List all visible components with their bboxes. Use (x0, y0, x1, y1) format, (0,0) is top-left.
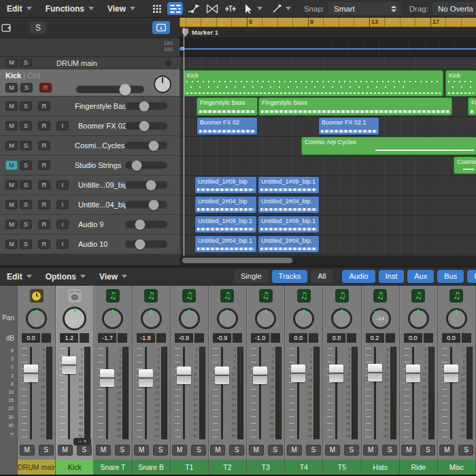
mixer-filter-inst[interactable]: Inst (379, 270, 405, 283)
volume-db-value[interactable]: 0.0 (442, 333, 460, 343)
track-volume-slider[interactable] (125, 122, 167, 130)
pan-knob[interactable] (293, 308, 314, 329)
track-m-button[interactable]: M (5, 160, 18, 170)
track-m-button[interactable]: M (5, 121, 18, 131)
volume-db-value[interactable]: 0.0 (327, 333, 345, 343)
mixer-view-all[interactable]: All (311, 270, 333, 283)
track-header-drum-main[interactable]: MSDRUM main (0, 57, 180, 69)
region-kick[interactable]: Kick (184, 70, 443, 97)
channel-mute-button[interactable]: M (210, 445, 225, 456)
pan-knob[interactable] (331, 308, 352, 329)
track-i-button[interactable]: I (56, 220, 69, 229)
pan-knob[interactable] (141, 308, 162, 329)
region-fi[interactable]: Fi (468, 97, 476, 116)
pan-knob[interactable] (446, 308, 467, 329)
track-r-button[interactable]: R (38, 200, 50, 209)
volume-db-value[interactable]: -1.8 (137, 333, 155, 343)
track-s-button[interactable]: S (20, 160, 32, 170)
track-volume-slider[interactable] (125, 142, 167, 150)
track-i-button[interactable]: I (56, 200, 69, 209)
volume-db-value[interactable]: 0.0 (289, 333, 307, 343)
automation-icon[interactable] (186, 2, 201, 15)
channel-strip-kick[interactable]: 1.203691215182124303540455060− +MSKick (56, 286, 94, 476)
region-untitled-1-09-bip-1[interactable]: Untitled_1#09_bip.1 (194, 216, 257, 233)
volume-db-value[interactable]: -0.9 (213, 333, 231, 343)
track-header-audio-9[interactable]: MSRIAudio 9 (0, 215, 180, 235)
channel-strip-t4[interactable]: ♫0.003691215182124303540455060MST4 (285, 286, 323, 476)
channel-name[interactable]: T4 (285, 460, 322, 475)
slider-knob[interactable] (139, 101, 149, 112)
track-m-button[interactable]: M (5, 239, 18, 249)
channel-strip-t5[interactable]: ♫0.003691215182124303540455060MST5 (323, 286, 361, 476)
channel-strip-t2[interactable]: ♫-0.903691215182124303540455060MST2 (209, 286, 247, 476)
region-fingerstyle-bass[interactable]: Fingerstyle Bass (197, 97, 258, 116)
channel-mute-button[interactable]: M (172, 445, 187, 456)
channel-name[interactable]: DRUM main (18, 460, 55, 475)
horizontal-scrollbar[interactable] (180, 256, 476, 265)
track-m-button[interactable]: M (5, 141, 18, 150)
region-fingerstyle-bass[interactable]: Fingerstyle Bass (258, 97, 452, 116)
channel-solo-button[interactable]: S (306, 445, 321, 456)
track-pan-knob[interactable] (154, 75, 171, 93)
mixer-view-single[interactable]: Single (234, 270, 269, 283)
pan-knob[interactable] (408, 308, 429, 329)
crossfade-icon[interactable] (205, 2, 220, 15)
channel-mute-button[interactable]: M (58, 445, 73, 456)
volume-db-value[interactable]: 0.2 (366, 333, 384, 343)
track-header-studio-strings[interactable]: MSRStudio Strings (0, 156, 180, 175)
slider-knob[interactable] (149, 200, 159, 210)
tempo-track[interactable] (180, 38, 476, 57)
scrollbar-thumb[interactable] (182, 258, 292, 263)
channel-solo-button[interactable]: S (229, 445, 244, 456)
track-header-untitle-04-bip[interactable]: MSRIUntitle...04_bip (0, 195, 180, 215)
track-m-button[interactable]: M (5, 180, 18, 190)
volume-db-value[interactable]: -1.0 (251, 333, 269, 343)
track-header-cosmi-cycles[interactable]: MSRCosmi...Cycles (0, 136, 180, 156)
snap-dropdown[interactable]: Smart (328, 2, 401, 15)
channel-solo-button[interactable]: S (420, 445, 435, 456)
grid-view-icon[interactable] (149, 2, 165, 15)
region-untitled-1-09-bip[interactable]: Untitled_1#09_bip (194, 176, 257, 194)
track-s-button[interactable]: S (20, 58, 32, 67)
channel-name[interactable]: Kick (56, 460, 93, 475)
track-volume-slider[interactable] (125, 162, 167, 169)
pan-knob[interactable] (217, 308, 238, 329)
pan-knob[interactable] (179, 308, 200, 329)
menu-view[interactable]: View (101, 0, 142, 18)
channel-solo-button[interactable]: S (268, 445, 283, 456)
track-i-button[interactable]: I (56, 239, 69, 249)
track-volume-slider[interactable] (125, 182, 167, 189)
track-header-audio-10[interactable]: MSRIAudio 10 (0, 235, 180, 254)
channel-mute-button[interactable]: M (363, 445, 378, 456)
volume-db-value[interactable]: -0.9 (175, 333, 193, 343)
channel-strip-misc[interactable]: ♫0.003691215182124303540455060MSMisc (438, 286, 476, 476)
track-i-button[interactable]: I (56, 180, 69, 190)
track-i-button[interactable]: I (56, 121, 69, 131)
channel-solo-button[interactable]: S (39, 445, 54, 456)
pan-knob[interactable] (102, 308, 123, 329)
track-r-button[interactable]: R (38, 101, 50, 111)
region-cosmic-arp-cycles[interactable]: Cosmic Arp Cycles (301, 137, 476, 155)
mixer-filter-aux[interactable]: Aux (407, 270, 434, 283)
channel-mute-button[interactable]: M (134, 445, 149, 456)
slider-knob[interactable] (135, 239, 145, 250)
channel-strip-t3[interactable]: ♫-1.003691215182124303540455060MST3 (247, 286, 285, 476)
slider-knob[interactable] (120, 84, 131, 95)
track-r-button[interactable]: R (38, 141, 50, 150)
track-s-button[interactable]: S (20, 239, 32, 249)
channel-solo-button[interactable]: S (382, 445, 397, 456)
volume-db-value[interactable]: 0.0 (404, 333, 422, 343)
region-untitled-2-04-bip-[interactable]: Untitled_2#04_bip. (258, 196, 320, 214)
pan-knob[interactable]: -14 (370, 308, 391, 329)
pan-knob[interactable] (26, 308, 47, 329)
track-r-button[interactable]: R (38, 160, 50, 170)
mixer-filter-input[interactable]: Input (467, 270, 476, 283)
channel-strip-snare-t[interactable]: ♫-1.703691215182124303540455060MSSnare T (94, 286, 132, 476)
region-untitled-2-04-bip-[interactable]: Untitled_2#04_bip. (258, 235, 320, 253)
channel-solo-button[interactable]: S (153, 445, 168, 456)
channel-mute-button[interactable]: M (20, 445, 35, 456)
region-boomer-fx-02-1[interactable]: Boomer FX 02.1 (318, 117, 379, 135)
track-m-button[interactable]: M (5, 58, 18, 67)
channel-name[interactable]: T5 (323, 460, 360, 475)
track-volume-slider[interactable] (125, 103, 167, 110)
